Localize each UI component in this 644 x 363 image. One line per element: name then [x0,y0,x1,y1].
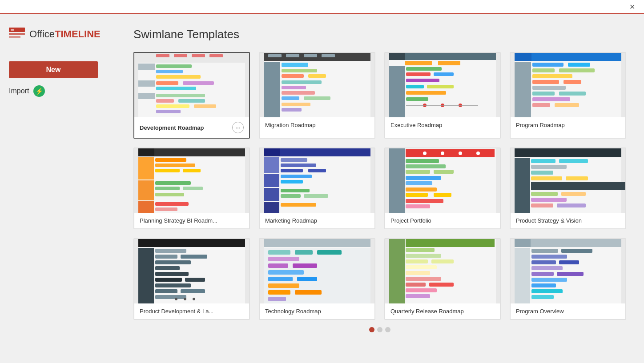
svg-rect-112 [389,148,405,213]
template-thumb-program-overview [511,239,625,303]
templates-grid: Development Roadmap··· Migration Roadmap [133,52,626,320]
main-container: OfficeTIMELINE New Import ⚡ Swimlane Tem… [0,14,644,363]
template-card-product-strategy-vision[interactable]: Product Strategy & Vision [510,148,626,229]
more-button-development-roadmap[interactable]: ··· [232,122,244,133]
svg-rect-187 [406,277,441,281]
scroll-dot-2[interactable] [385,327,390,332]
svg-rect-202 [531,272,554,276]
import-badge: ⚡ [33,85,45,97]
template-thumb-technology-roadmap [260,239,374,303]
svg-rect-123 [406,181,432,185]
template-thumb-program-roadmap [511,53,625,117]
template-card-migration-roadmap[interactable]: Migration Roadmap [259,52,375,139]
template-card-program-overview[interactable]: Program Overview [510,238,626,320]
svg-rect-147 [155,249,186,253]
svg-rect-30 [322,54,335,57]
svg-rect-206 [531,289,563,293]
template-card-quarterly-release-roadmap[interactable]: Quarterly Release Roadmap [384,238,501,320]
svg-rect-11 [156,64,192,68]
svg-rect-98 [264,174,279,187]
svg-rect-158 [155,295,186,299]
template-card-project-portfolio[interactable]: Project Portfolio [384,148,501,229]
svg-rect-188 [406,283,426,287]
scroll-dot-0[interactable] [369,327,374,332]
svg-rect-111 [389,148,496,213]
template-card-planning-strategy-bi-roadmap[interactable]: Planning Strategy BI Roadm... [133,148,250,229]
svg-rect-9 [209,54,223,57]
svg-rect-133 [559,159,588,163]
svg-rect-194 [531,239,621,247]
svg-rect-155 [155,283,191,287]
svg-rect-66 [568,63,590,67]
svg-rect-54 [427,85,454,88]
template-card-marketing-roadmap[interactable]: Marketing Roadmap [259,148,375,229]
svg-rect-179 [389,239,405,303]
svg-rect-47 [438,61,460,65]
template-label-executive-roadmap: Executive Roadmap [390,122,442,128]
template-thumb-project-portfolio [385,148,500,213]
svg-point-161 [193,298,195,300]
svg-rect-106 [281,180,303,183]
svg-rect-151 [155,266,180,270]
svg-rect-175 [268,290,290,295]
logo-text: OfficeTIMELINE [29,28,101,40]
svg-rect-18 [138,93,155,99]
svg-rect-71 [564,80,581,84]
svg-rect-136 [531,176,562,180]
svg-rect-72 [532,86,566,90]
svg-rect-121 [434,170,454,174]
close-button[interactable]: ✕ [626,1,639,13]
svg-rect-182 [406,254,441,258]
svg-point-117 [476,152,480,155]
svg-rect-203 [557,272,584,276]
svg-rect-120 [406,170,430,174]
svg-rect-29 [304,54,317,57]
import-row[interactable]: Import ⚡ [9,85,98,97]
new-button[interactable]: New [9,61,98,78]
svg-rect-174 [268,283,299,288]
svg-rect-99 [264,188,279,201]
template-label-migration-roadmap: Migration Roadmap [265,122,315,128]
svg-rect-2 [9,36,20,38]
svg-rect-33 [282,69,317,72]
svg-rect-145 [138,239,245,247]
svg-rect-165 [268,250,290,255]
svg-rect-97 [264,157,279,173]
template-thumb-marketing-roadmap [260,148,374,213]
svg-rect-146 [138,248,154,303]
svg-rect-55 [406,91,446,95]
svg-rect-197 [561,249,592,253]
svg-rect-77 [555,103,579,107]
svg-rect-129 [515,148,621,213]
template-label-development-roadmap: Development Roadmap [140,124,204,131]
svg-rect-28 [286,54,299,57]
svg-rect-140 [561,192,586,196]
template-label-product-strategy-vision: Product Strategy & Vision [516,217,582,224]
svg-rect-135 [531,171,553,175]
svg-point-160 [184,298,186,300]
template-card-development-roadmap[interactable]: Development Roadmap··· [133,52,250,139]
template-card-program-roadmap[interactable]: Program Roadmap [510,52,626,139]
svg-rect-130 [515,148,621,157]
svg-rect-183 [406,259,428,263]
svg-rect-198 [531,255,567,259]
template-card-product-development-launch[interactable]: Product Development & La... [133,238,250,320]
svg-rect-87 [183,169,201,172]
svg-rect-176 [295,290,322,295]
svg-rect-118 [406,159,439,163]
template-card-executive-roadmap[interactable]: Executive Roadmap [384,52,501,139]
svg-rect-75 [532,97,570,101]
svg-rect-156 [155,289,177,293]
svg-rect-84 [155,158,186,162]
template-label-program-roadmap: Program Roadmap [516,122,565,128]
svg-rect-139 [531,192,558,196]
template-label-program-overview: Program Overview [516,308,564,315]
template-card-technology-roadmap[interactable]: Technology Roadmap [259,238,375,320]
svg-rect-180 [406,239,495,247]
svg-rect-110 [281,203,316,207]
svg-rect-12 [156,70,183,73]
scroll-dot-1[interactable] [377,327,382,332]
svg-rect-186 [406,271,430,275]
svg-rect-100 [264,202,279,213]
svg-rect-166 [295,250,313,255]
